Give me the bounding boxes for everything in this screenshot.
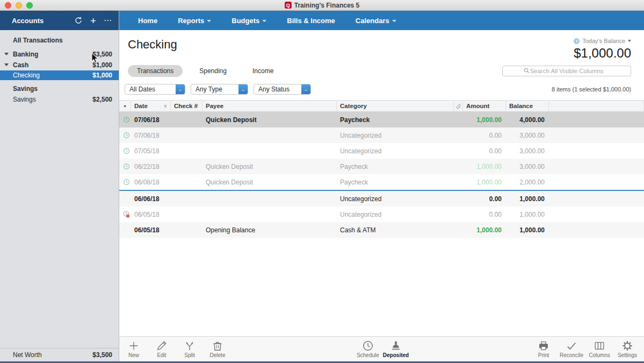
sidebar-item-checking[interactable]: Checking $1,000: [0, 70, 119, 80]
transaction-row[interactable]: 06/06/18 Uncategorized 0.00 1,000.00: [119, 191, 644, 207]
info-icon[interactable]: i: [574, 38, 580, 44]
amount-column-header[interactable]: Amount: [463, 101, 506, 111]
settings-button[interactable]: Settings: [616, 340, 639, 358]
sidebar-item-savings[interactable]: Savings $2,500: [0, 94, 119, 105]
edit-button[interactable]: Edit: [150, 340, 173, 358]
pending-clock-alert-icon: [119, 210, 131, 218]
checking-total: $1,000: [92, 72, 112, 79]
sidebar-item-cash[interactable]: Cash $1,000: [0, 60, 119, 70]
print-button[interactable]: Print: [532, 340, 555, 358]
category-column-header[interactable]: Category: [337, 101, 454, 111]
table-header: • Date∨ Check # Payee Category Amount Ba…: [119, 100, 644, 112]
window-title: Q Training's Finances 5: [0, 2, 644, 9]
banking-total: $3,500: [92, 51, 112, 58]
stamp-icon: [390, 340, 402, 352]
schedule-button[interactable]: Schedule: [356, 340, 380, 358]
account-title: Checking: [128, 38, 177, 63]
nav-budgets[interactable]: Budgets: [221, 11, 277, 30]
add-account-icon[interactable]: +: [90, 16, 96, 26]
attachment-column-header[interactable]: [454, 101, 463, 111]
pending-clock-icon: [119, 163, 131, 170]
todays-balance-value: $1,000.00: [574, 46, 631, 61]
savings-total: $2,500: [92, 96, 112, 103]
date-column-header[interactable]: Date∨: [131, 101, 171, 111]
refresh-icon[interactable]: [74, 16, 83, 25]
nav-reports[interactable]: Reports: [168, 11, 221, 30]
payee-column-header[interactable]: Payee: [202, 101, 337, 111]
nav-home[interactable]: Home: [128, 11, 168, 30]
printer-icon: [538, 340, 549, 352]
reconcile-button[interactable]: Reconcile: [560, 340, 583, 358]
register-empty-area: [119, 238, 644, 336]
transaction-row[interactable]: 06/22/18 Quicken Deposit Paycheck 1,000.…: [119, 159, 644, 174]
more-options-icon[interactable]: ⋯: [104, 19, 112, 22]
gear-icon: [621, 340, 633, 352]
deposited-button[interactable]: Deposited: [384, 340, 408, 358]
delete-button[interactable]: Delete: [206, 340, 229, 358]
columns-button[interactable]: Columns: [588, 340, 611, 358]
transaction-row[interactable]: 07/06/18 Quicken Deposit Paycheck 1,000.…: [119, 112, 644, 127]
split-icon: [184, 340, 196, 352]
sidebar-item-banking[interactable]: Banking $3,500: [0, 49, 119, 60]
bottom-toolbar: New Edit Split Delete Schedule: [119, 336, 644, 361]
check-column-header[interactable]: Check #: [171, 101, 202, 111]
net-worth-label: Net Worth: [13, 351, 42, 359]
pending-clock-icon: [119, 132, 131, 139]
plus-icon: [128, 340, 140, 352]
disclosure-triangle-icon[interactable]: [4, 53, 9, 55]
date-filter-dropdown[interactable]: All Dates ⌄: [125, 84, 185, 95]
chevron-down-icon: ⌄: [176, 84, 185, 94]
items-summary: 8 items (1 selected $1,000.00): [552, 86, 631, 92]
todays-balance-selector[interactable]: i Today's Balance: [574, 38, 631, 44]
pending-clock-icon: [119, 116, 131, 123]
window-titlebar: Q Training's Finances 5: [0, 0, 644, 11]
pencil-icon: [156, 340, 168, 352]
chevron-down-icon: ⌄: [301, 84, 310, 94]
columns-icon: [594, 340, 605, 352]
pending-clock-icon: [119, 147, 131, 154]
sidebar-header: Accounts + ⋯: [0, 11, 119, 30]
nav-calendars[interactable]: Calendars: [345, 11, 407, 30]
transaction-row[interactable]: 06/08/18 Quicken Deposit Paycheck 1,000.…: [119, 174, 644, 190]
sidebar-title: Accounts: [12, 17, 74, 25]
chevron-down-icon: [628, 40, 631, 42]
status-column-header[interactable]: •: [119, 101, 131, 111]
tab-spending[interactable]: Spending: [190, 65, 236, 77]
chevron-down-icon: ⌄: [238, 84, 248, 94]
trash-icon: [212, 340, 223, 352]
net-worth-bar: Net Worth $3,500: [0, 348, 119, 361]
search-input[interactable]: [502, 66, 631, 76]
accounts-list: All Transactions Banking $3,500 Cash $1,…: [0, 30, 119, 348]
nav-bills-income[interactable]: Bills & Income: [277, 11, 345, 30]
checkmark-icon: [566, 340, 577, 352]
new-button[interactable]: New: [122, 340, 146, 358]
chevron-down-icon: [207, 20, 211, 22]
spacer-column-header: [549, 101, 644, 111]
quicken-app-icon: Q: [285, 2, 292, 9]
tab-transactions[interactable]: Transactions: [128, 65, 183, 77]
cash-total: $1,000: [92, 61, 112, 69]
accounts-sidebar: Accounts + ⋯ All Transactions Banking $3…: [0, 11, 119, 361]
split-button[interactable]: Split: [178, 340, 201, 358]
view-tabs: Transactions Spending Income: [128, 65, 283, 77]
type-filter-dropdown[interactable]: Any Type ⌄: [191, 84, 248, 95]
clock-icon: [362, 340, 374, 352]
balance-column-header[interactable]: Balance: [506, 101, 549, 111]
transaction-row[interactable]: 07/06/18 Uncategorized 0.00 3,000.00: [119, 127, 644, 143]
sidebar-item-savings-group[interactable]: Savings: [0, 83, 119, 94]
transaction-row[interactable]: 07/05/18 Uncategorized 0.00 3,000.00: [119, 143, 644, 159]
transaction-row[interactable]: 06/05/18 Uncategorized 0.00 1,000.00: [119, 207, 644, 222]
tab-income[interactable]: Income: [243, 65, 283, 77]
status-filter-dropdown[interactable]: Any Status ⌄: [254, 84, 311, 95]
top-nav-bar: Home Reports Budgets Bills & Income Cale…: [119, 11, 644, 30]
sidebar-item-all-transactions[interactable]: All Transactions: [0, 35, 119, 46]
chevron-down-icon: [262, 20, 266, 22]
transaction-row[interactable]: 06/05/18 Opening Balance Cash & ATM 1,00…: [119, 222, 644, 238]
disclosure-triangle-icon[interactable]: [4, 63, 9, 66]
sort-chevron-icon: ∨: [163, 103, 167, 109]
pending-clock-icon: [119, 179, 131, 186]
net-worth-value: $3,500: [92, 351, 112, 359]
paperclip-icon: [455, 103, 461, 109]
chevron-down-icon: [392, 20, 396, 22]
